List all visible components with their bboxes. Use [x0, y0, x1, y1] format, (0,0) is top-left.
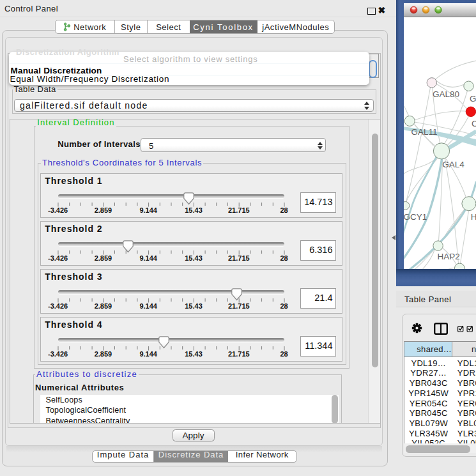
- svg-text:HAP2: HAP2: [437, 252, 459, 261]
- svg-text:C: C: [472, 119, 476, 128]
- svg-text:HA: HA: [470, 212, 476, 222]
- svg-text:G.: G.: [469, 94, 476, 104]
- svg-text:GAL4: GAL4: [442, 160, 464, 169]
- svg-text:GAL11: GAL11: [411, 127, 437, 137]
- svg-text:GCY1: GCY1: [404, 212, 427, 222]
- svg-text:GAL80: GAL80: [433, 89, 459, 99]
